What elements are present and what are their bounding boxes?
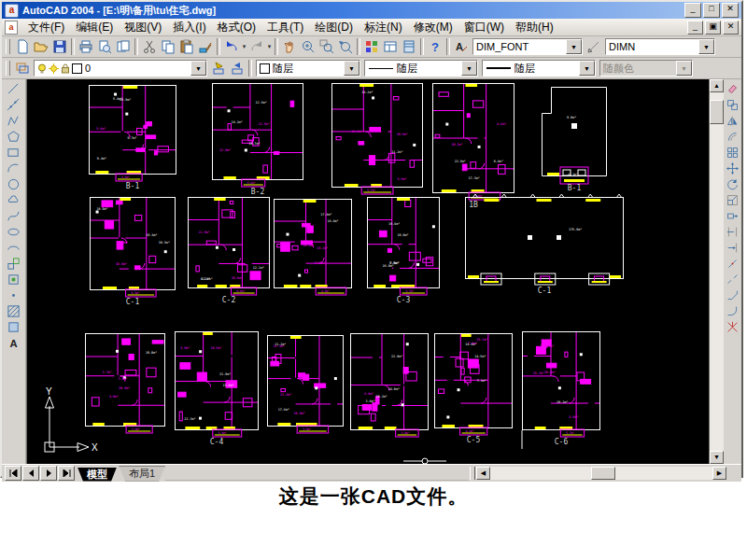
scroll-down-icon[interactable]: ▼ xyxy=(710,451,724,464)
revcloud-icon[interactable] xyxy=(4,192,23,208)
redo-icon[interactable] xyxy=(247,37,266,56)
redo-dropdown-icon[interactable]: ▾ xyxy=(266,43,273,50)
title-bar[interactable]: a AutoCAD 2004 - [E:\明\备用\tu\住宅.dwg] _ □… xyxy=(2,2,741,19)
vertical-scroll-track[interactable] xyxy=(710,92,724,451)
toolbar-grip[interactable] xyxy=(6,61,10,76)
extend-icon[interactable] xyxy=(725,240,740,256)
zoom-previous-icon[interactable] xyxy=(336,37,355,56)
dim-style-combo[interactable]: DIMN ▼ xyxy=(605,38,715,55)
rotate-icon[interactable] xyxy=(725,176,740,192)
pan-icon[interactable] xyxy=(280,37,299,56)
floor-plan[interactable]: 16.3m²12.9m²17.8m²18.4m²19.2m²4.5m² xyxy=(274,199,352,303)
menu-edit[interactable]: 编辑(E) xyxy=(70,19,119,36)
scroll-up-icon[interactable]: ▲ xyxy=(710,79,724,92)
circle-icon[interactable] xyxy=(4,176,23,192)
next-tab-icon[interactable] xyxy=(40,466,57,481)
chevron-down-icon[interactable]: ▼ xyxy=(190,61,206,76)
mdi-close-button[interactable]: ✕ xyxy=(723,21,739,35)
undo-icon[interactable] xyxy=(222,37,241,56)
horizontal-scroll-track[interactable] xyxy=(490,467,712,480)
make-block-icon[interactable] xyxy=(4,272,23,287)
text-style-button[interactable]: A xyxy=(452,37,471,56)
menu-modify[interactable]: 修改(M) xyxy=(408,19,458,36)
menu-help[interactable]: 帮助(H) xyxy=(510,19,559,36)
last-tab-icon[interactable] xyxy=(58,466,75,481)
trim-icon[interactable] xyxy=(725,224,740,240)
new-icon[interactable] xyxy=(13,37,32,56)
designcenter-icon[interactable] xyxy=(381,37,400,56)
menu-window[interactable]: 窗口(W) xyxy=(458,19,510,36)
chevron-down-icon[interactable]: ▼ xyxy=(461,61,477,76)
break-icon[interactable] xyxy=(725,272,740,287)
lineweight-control-combo[interactable]: 随层 ▼ xyxy=(482,60,596,77)
mirror-icon[interactable] xyxy=(725,113,740,129)
menu-tools[interactable]: 工具(T) xyxy=(261,19,309,36)
erase-icon[interactable] xyxy=(725,81,740,97)
color-control-combo[interactable]: 随层 ▼ xyxy=(256,60,360,77)
floor-plan[interactable]: 21.8m²12.1m²11.2m²16.9m²17.8m²3.3m² xyxy=(267,335,344,441)
dim-style-button[interactable] xyxy=(585,37,603,56)
polyline-icon[interactable] xyxy=(4,113,23,129)
chevron-down-icon[interactable]: ▼ xyxy=(566,39,582,54)
mdi-minimize-button[interactable]: _ xyxy=(687,21,703,35)
menu-insert[interactable]: 插入(I) xyxy=(167,19,211,36)
construction-line-icon[interactable] xyxy=(4,97,23,113)
floor-plan-c-4[interactable]: 19.5m²21.6m²22.3m²5.9m²13.9m²5.6m² xyxy=(175,331,259,445)
help-icon[interactable]: ? xyxy=(426,37,444,56)
scroll-right-icon[interactable]: ▶ xyxy=(712,467,726,480)
vertical-scroll-thumb[interactable] xyxy=(710,100,724,124)
chamfer-icon[interactable] xyxy=(725,287,740,303)
fillet-icon[interactable] xyxy=(725,303,740,319)
undo-dropdown-icon[interactable]: ▾ xyxy=(241,43,247,50)
menu-draw[interactable]: 绘图(D) xyxy=(309,19,359,36)
mdi-restore-button[interactable]: ▣ xyxy=(705,21,721,35)
arc-icon[interactable] xyxy=(4,161,23,176)
floor-plan-b-2[interactable]: 12.5m²18.2m²12.0m²21.5m²19.7m²5.4m² xyxy=(212,83,303,195)
menu-view[interactable]: 视图(V) xyxy=(119,19,167,36)
tool-palettes-icon[interactable] xyxy=(400,37,418,56)
floor-plan-b-1[interactable]: 9.9m²22.9m² xyxy=(542,87,607,191)
publish-icon[interactable] xyxy=(114,37,133,56)
offset-icon[interactable] xyxy=(725,129,740,145)
chevron-down-icon[interactable]: ▼ xyxy=(579,61,595,76)
move-icon[interactable] xyxy=(725,161,740,176)
line-icon[interactable] xyxy=(4,81,23,97)
floor-plan-c-3[interactable]: 16.6m²5.9m²7.9m²16.0m²19.4m²3.7m² xyxy=(367,197,440,303)
match-properties-icon[interactable] xyxy=(196,37,215,56)
scroll-left-icon[interactable]: ◀ xyxy=(476,467,490,480)
floor-plan[interactable]: 10.5m²5.5m²18.2m²11.2m²18.5m²5.7m² xyxy=(331,83,423,203)
cut-icon[interactable] xyxy=(140,37,159,56)
tab-scrollbar-splitter[interactable] xyxy=(470,467,475,480)
copy-icon[interactable] xyxy=(159,37,177,56)
drawing-icon[interactable]: a xyxy=(5,21,18,35)
horizontal-scroll-thumb[interactable] xyxy=(591,467,615,480)
break-point-icon[interactable] xyxy=(725,256,740,272)
point-icon[interactable] xyxy=(4,287,23,303)
copy-object-icon[interactable] xyxy=(725,97,740,113)
floor-plan[interactable]: 3.7m²16.0m²3.8m²20.6m²4.0m²3.8m² xyxy=(85,333,165,441)
zoom-realtime-icon[interactable] xyxy=(299,37,317,56)
menu-format[interactable]: 格式(O) xyxy=(212,19,261,36)
polygon-icon[interactable] xyxy=(4,129,23,145)
layer-combo[interactable]: 0 ▼ xyxy=(34,60,207,77)
explode-icon[interactable] xyxy=(725,319,740,335)
prev-tab-icon[interactable] xyxy=(22,466,39,481)
make-layer-current-button[interactable] xyxy=(209,59,228,77)
layer-properties-button[interactable] xyxy=(13,59,32,77)
plot-icon[interactable] xyxy=(77,37,95,56)
spline-icon[interactable] xyxy=(4,208,23,224)
menu-dimension[interactable]: 标注(N) xyxy=(359,19,408,36)
drawing-canvas[interactable]: Y X 5.4m²20.9m²9.7m²5.8m²9.4m²5.5m²B-112… xyxy=(26,79,710,464)
zoom-window-icon[interactable] xyxy=(317,37,336,56)
floor-plan-c-5[interactable]: 14.6m²15.3m²14.5m²7.1m²7.4m²4.1m² xyxy=(434,333,513,443)
scale-icon[interactable] xyxy=(725,192,740,208)
first-tab-icon[interactable] xyxy=(5,466,21,481)
save-icon[interactable] xyxy=(50,37,69,56)
array-icon[interactable] xyxy=(725,145,740,161)
region-icon[interactable] xyxy=(4,319,23,335)
floor-plan-b-1[interactable]: 5.4m²20.9m²9.7m²5.8m²9.4m²5.5m² xyxy=(89,85,176,189)
floor-plan-c-1[interactable]: 22.9m²19.8m²10.3m²16.9m²10.6m²6.5m² xyxy=(90,197,176,305)
rectangle-icon[interactable] xyxy=(4,145,23,161)
paste-icon[interactable] xyxy=(177,37,196,56)
menu-file[interactable]: 文件(F) xyxy=(22,19,70,36)
